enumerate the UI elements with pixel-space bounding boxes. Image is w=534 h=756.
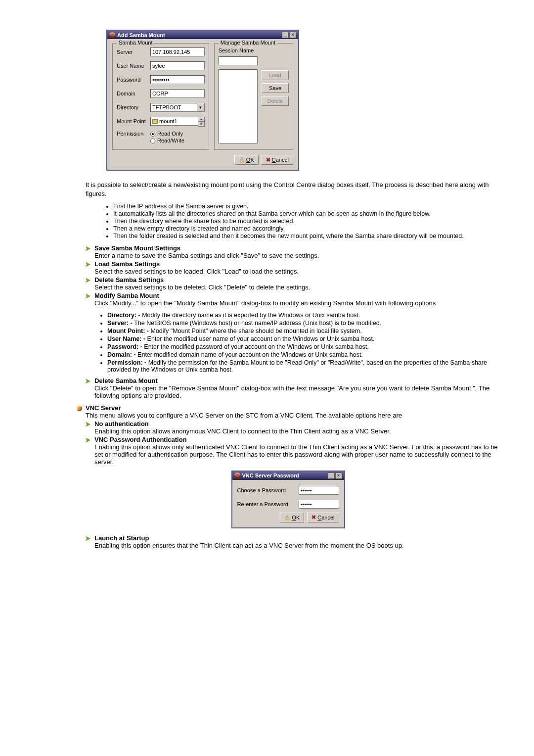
save-settings-section: Save Samba Mount Settings Enter a name t… bbox=[86, 244, 499, 259]
manage-legend: Manage Samba Mount bbox=[219, 40, 277, 46]
step-item: Then the directory where the share has t… bbox=[113, 218, 499, 225]
session-name-input[interactable] bbox=[219, 56, 258, 65]
intro-paragraph: It is possible to select/create a new/ex… bbox=[86, 181, 499, 198]
reenter-password-label: Re-enter a Password bbox=[237, 501, 296, 507]
ok-icon bbox=[239, 157, 245, 163]
server-label: Server bbox=[117, 49, 147, 55]
dialog-titlebar: Add Samba Mount _ × bbox=[107, 31, 298, 39]
close-button[interactable]: × bbox=[289, 32, 296, 38]
modify-item: Permission: - Modify the permission for … bbox=[107, 359, 499, 373]
username-label: User Name bbox=[117, 63, 147, 69]
delete-button[interactable]: Delete bbox=[262, 96, 289, 106]
vnc-noauth-section: No authentication Enabling this option a… bbox=[86, 420, 499, 435]
document-content: It is possible to select/create a new/ex… bbox=[77, 181, 499, 549]
vnc-pwauth-section: VNC Password Authentication Enabling thi… bbox=[86, 436, 499, 466]
manage-samba-mount-group: Manage Samba Mount Session Name Load Sav… bbox=[214, 43, 293, 150]
step-item: It automatically lists all the directori… bbox=[113, 210, 499, 217]
chevron-down-icon[interactable]: ▾ bbox=[197, 103, 205, 112]
directory-combo[interactable]: TFTPBOOT ▾ bbox=[150, 103, 205, 112]
password-input[interactable]: ••••••••• bbox=[150, 75, 205, 84]
samba-mount-group: Samba Mount Server 107.108.92.145 User N… bbox=[112, 43, 209, 150]
step-item: First the IP address of the Samba server… bbox=[113, 203, 499, 210]
save-button[interactable]: Save bbox=[262, 83, 289, 93]
vnc-server-section: VNC Server This menu allows you to confi… bbox=[77, 404, 499, 466]
password-label: Password bbox=[117, 77, 147, 83]
permission-label: Permission bbox=[117, 131, 147, 137]
readwrite-radio[interactable]: Read/Write bbox=[150, 138, 184, 143]
server-input[interactable]: 107.108.92.145 bbox=[150, 47, 205, 56]
modify-item: Mount Point: - Modify "Mount Point" wher… bbox=[107, 328, 499, 334]
launch-startup-section: Launch at Startup Enabling this option e… bbox=[86, 534, 499, 549]
choose-password-label: Choose a Password bbox=[237, 487, 296, 493]
domain-input[interactable]: CORP bbox=[150, 89, 205, 98]
app-icon bbox=[234, 472, 240, 478]
delete-settings-section: Delete Samba Settings Select the saved s… bbox=[86, 276, 499, 291]
minimize-button[interactable]: _ bbox=[282, 32, 289, 38]
app-icon bbox=[109, 32, 115, 38]
reenter-password-input[interactable]: •••••• bbox=[299, 500, 339, 509]
session-name-label: Session Name bbox=[219, 47, 258, 53]
vnc-password-dialog: VNC Server Password _ × Choose a Passwor… bbox=[231, 471, 345, 528]
directory-label: Directory bbox=[117, 104, 147, 110]
cancel-icon: ✖ bbox=[266, 157, 270, 163]
readonly-radio[interactable]: Read Only bbox=[150, 131, 184, 137]
domain-label: Domain bbox=[117, 91, 147, 96]
dialog-title: Add Samba Mount bbox=[117, 32, 165, 38]
delete-mount-section: Delete Samba Mount Click "Delete" to ope… bbox=[86, 377, 499, 399]
close-button[interactable]: × bbox=[335, 472, 342, 479]
username-input[interactable]: sylee bbox=[150, 61, 205, 70]
modify-mount-section: Modify Samba Mount Click "Modify..." to … bbox=[86, 292, 499, 373]
modify-item: Domain: - Enter modified domain name of … bbox=[107, 351, 499, 358]
choose-password-input[interactable]: •••••• bbox=[299, 486, 339, 495]
load-settings-section: Load Samba Settings Select the saved set… bbox=[86, 260, 499, 275]
modify-item: Server: - The NetBIOS name (Windows host… bbox=[107, 320, 499, 327]
step-item: Then the folder created is selected and … bbox=[113, 233, 499, 239]
stepper-up[interactable]: ▴ bbox=[198, 117, 205, 122]
ok-button[interactable]: OK bbox=[280, 513, 304, 522]
session-listbox[interactable] bbox=[219, 69, 258, 143]
step-item: Then a new empty directory is created an… bbox=[113, 225, 499, 232]
modify-item: Password: - Enter the modified password … bbox=[107, 343, 499, 350]
add-samba-mount-dialog: Add Samba Mount _ × Samba Mount Server 1… bbox=[106, 30, 299, 171]
mountpoint-label: Mount Point bbox=[117, 118, 147, 124]
folder-icon bbox=[152, 119, 158, 124]
cancel-button[interactable]: ✖ Cancel bbox=[262, 155, 293, 165]
ok-button[interactable]: OK bbox=[234, 155, 259, 165]
load-button[interactable]: Load bbox=[262, 70, 289, 80]
samba-mount-legend: Samba Mount bbox=[117, 40, 154, 46]
ok-icon bbox=[284, 515, 290, 520]
cancel-button[interactable]: ✖ Cancel bbox=[307, 513, 339, 522]
dialog2-title: VNC Server Password bbox=[242, 472, 300, 478]
minimize-button[interactable]: _ bbox=[328, 472, 335, 479]
modify-item: Directory: - Modify the directory name a… bbox=[107, 312, 499, 319]
modify-item: User Name: - Enter the modified user nam… bbox=[107, 335, 499, 342]
stepper-down[interactable]: ▾ bbox=[198, 122, 205, 127]
mountpoint-select[interactable]: mount1 ▴▾ bbox=[150, 117, 205, 126]
cancel-icon: ✖ bbox=[312, 514, 316, 520]
dialog2-titlebar: VNC Server Password _ × bbox=[232, 472, 344, 480]
